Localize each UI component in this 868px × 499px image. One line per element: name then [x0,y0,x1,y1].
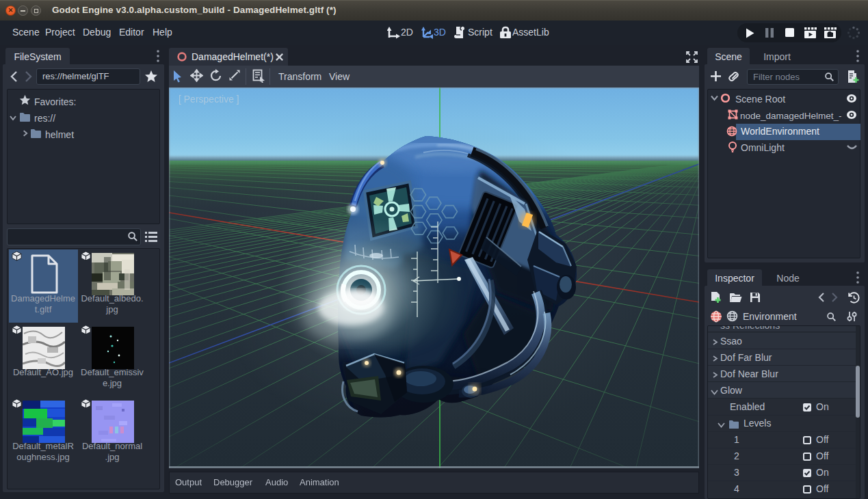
svg-text:[ Perspective ]: [ Perspective ] [179,94,239,105]
